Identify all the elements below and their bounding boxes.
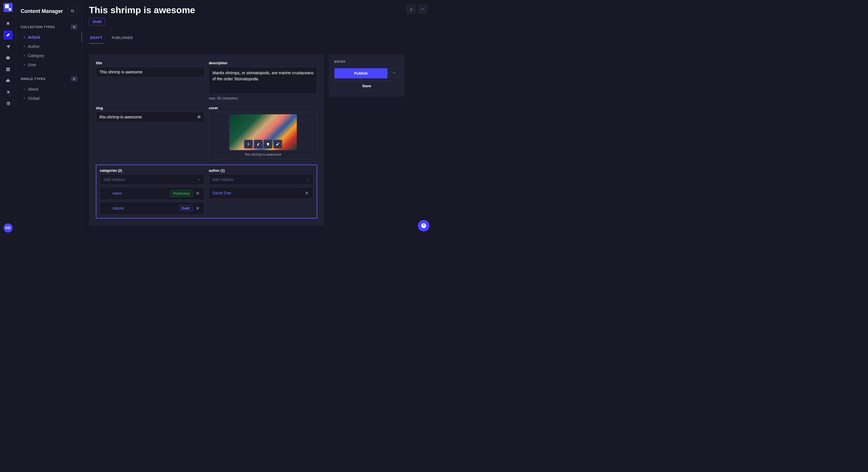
author-placeholder: Add relation	[212, 177, 234, 182]
sidebar-item-user[interactable]: User	[21, 61, 78, 70]
svg-point-0	[421, 9, 422, 9]
feather-icon	[6, 33, 10, 37]
caret-down-icon	[197, 178, 200, 181]
cover-link-button[interactable]	[254, 140, 262, 148]
plus-icon	[247, 142, 250, 146]
cover-delete-button[interactable]	[264, 140, 272, 148]
download-icon	[409, 7, 413, 11]
nav-media[interactable]	[3, 53, 12, 63]
publish-button[interactable]: Publish	[334, 68, 388, 78]
author-label: author (1)	[209, 169, 313, 173]
sidebar-item-article[interactable]: Article	[21, 33, 78, 42]
landscape-icon	[6, 56, 10, 60]
dots-icon	[392, 71, 396, 75]
user-avatar[interactable]: KD	[3, 224, 12, 233]
title-label: title	[96, 61, 205, 65]
nav-home[interactable]	[3, 19, 12, 28]
entry-panel: ENTRY Publish Save	[329, 54, 405, 97]
author-chip: David Doe ✕	[209, 187, 313, 199]
sidebar-title: Content Manager	[21, 8, 63, 14]
sidebar: Content Manager COLLECTION TYPES 4 Artic…	[16, 0, 82, 236]
sidebar-item-global[interactable]: Global	[21, 94, 78, 103]
svg-point-3	[393, 72, 394, 73]
categories-label: categories (2)	[100, 169, 205, 173]
dots-icon	[421, 7, 425, 11]
sidebar-item-about[interactable]: About	[21, 85, 78, 94]
cover-add-button[interactable]	[244, 140, 253, 148]
slug-input[interactable]	[96, 112, 205, 123]
app-logo[interactable]	[3, 3, 12, 12]
question-icon	[421, 223, 427, 229]
tab-draft[interactable]: DRAFT	[89, 32, 104, 44]
svg-point-5	[395, 72, 396, 73]
svg-point-2	[423, 9, 424, 9]
remove-author-button[interactable]: ✕	[304, 190, 310, 196]
svg-point-1	[422, 9, 423, 9]
more-actions-button[interactable]	[418, 5, 427, 14]
form-panel: title description Mantis shrimps, or sto…	[89, 54, 324, 225]
tab-published[interactable]: PUBLISHED	[111, 32, 134, 44]
description-hint: max. 80 characters	[209, 96, 317, 100]
slug-label: slug	[96, 106, 205, 110]
remove-category-button[interactable]: ✕	[195, 206, 200, 211]
categories-select[interactable]: Add relation	[100, 174, 205, 185]
drag-handle-icon[interactable]: ⋮⋮	[103, 192, 110, 195]
category-name[interactable]: nature	[113, 206, 179, 211]
nav-cloud[interactable]	[3, 76, 12, 86]
slug-regenerate-button[interactable]	[197, 115, 202, 120]
cover-label: cover	[209, 106, 317, 110]
trash-icon	[266, 142, 270, 146]
category-chip-news: ⋮⋮ news Published ✕	[100, 187, 205, 200]
cover-edit-button[interactable]	[273, 140, 282, 148]
category-name[interactable]: news	[113, 191, 170, 196]
save-button[interactable]: Save	[334, 81, 399, 92]
cover-caption: this-shrimp-is-awesome	[245, 153, 281, 157]
single-types-count: 2	[71, 76, 78, 81]
sidebar-item-category[interactable]: Category	[21, 51, 78, 61]
nav-marketplace[interactable]	[3, 88, 12, 97]
cloud-icon	[6, 78, 10, 83]
status-badge: Draft	[89, 18, 105, 26]
categories-placeholder: Add relation	[103, 177, 125, 182]
publish-more-button[interactable]	[390, 68, 399, 77]
author-name[interactable]: David Doe	[212, 191, 304, 195]
drag-handle-icon[interactable]: ⋮⋮	[103, 207, 110, 210]
entry-heading: ENTRY	[334, 60, 399, 64]
cart-icon	[6, 90, 10, 95]
link-icon	[256, 142, 260, 146]
page-title: This shrimp is awesome	[89, 5, 195, 15]
nav-content[interactable]	[3, 30, 12, 40]
nav-settings[interactable]	[3, 99, 12, 108]
collection-types-heading: COLLECTION TYPES	[21, 25, 55, 29]
title-input[interactable]	[96, 67, 205, 77]
paper-plane-icon	[6, 44, 10, 49]
caret-down-icon	[306, 178, 310, 181]
help-button[interactable]	[418, 220, 429, 231]
layout-icon	[6, 67, 10, 72]
cover-image[interactable]	[229, 114, 297, 150]
sidebar-item-author[interactable]: Author	[21, 42, 78, 51]
category-chip-nature: ⋮⋮ nature Draft ✕	[100, 202, 205, 215]
tabs: DRAFT PUBLISHED	[89, 32, 427, 44]
pencil-icon	[276, 142, 280, 146]
nav-send[interactable]	[3, 42, 12, 51]
single-types-heading: SINGLE TYPES	[21, 77, 45, 81]
home-icon	[6, 21, 10, 26]
category-status-badge: Draft	[179, 205, 193, 212]
collection-types-count: 4	[71, 25, 78, 30]
description-input[interactable]: Mantis shrimps, or stomatopods, are mari…	[209, 67, 317, 94]
remove-category-button[interactable]: ✕	[195, 191, 200, 196]
category-status-badge: Published	[170, 190, 193, 197]
search-icon	[71, 9, 75, 13]
description-label: description	[209, 61, 317, 65]
icon-rail: KD	[0, 0, 16, 236]
download-button[interactable]	[406, 5, 415, 14]
search-button[interactable]	[68, 7, 78, 15]
nav-builder[interactable]	[3, 65, 12, 74]
cover-field: this-shrimp-is-awesome	[209, 112, 317, 159]
svg-point-4	[394, 72, 395, 73]
refresh-icon	[197, 115, 202, 119]
author-select[interactable]: Add relation	[209, 174, 313, 185]
divider	[21, 20, 28, 20]
main-content: This shrimp is awesome Draft DRAFT PUBLI…	[82, 0, 434, 236]
